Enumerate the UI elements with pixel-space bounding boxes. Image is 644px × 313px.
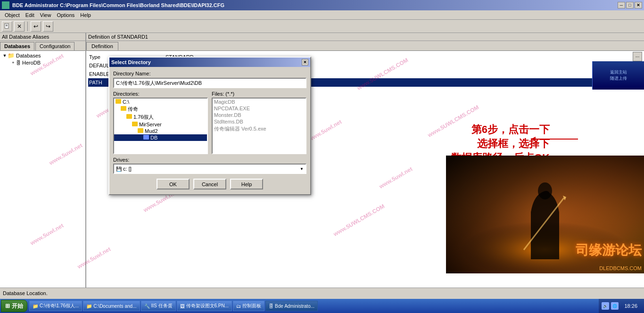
taskbar-item-4[interactable]: 🗂 控制面板 <box>233 301 264 311</box>
dir-item-db[interactable]: DB <box>114 134 207 141</box>
folder-176-icon <box>126 114 132 119</box>
taskbar-icon-1: 📁 <box>86 304 92 309</box>
tree-item-label: HeroDB <box>22 60 41 66</box>
tab-definition[interactable]: Definition <box>86 42 118 50</box>
taskbar-label-1: C:\Documents and... <box>93 304 136 309</box>
dir-item-c[interactable]: C:\ <box>114 99 207 105</box>
dialog-title-bar: Select Directory ✕ <box>109 58 310 67</box>
tab-configuration[interactable]: Configuration <box>35 42 74 50</box>
menu-help[interactable]: Help <box>77 11 94 19</box>
folder-mud2-icon <box>138 128 143 133</box>
title-bar: BDE Administrator C:\Program Files\Commo… <box>0 0 644 10</box>
directories-listbox[interactable]: C:\ 传奇 1.76假人 MirServer <box>113 98 208 154</box>
drives-label: Drives: <box>113 157 306 163</box>
title-bar-controls: ─ □ ✕ <box>618 2 642 8</box>
app-icon <box>2 1 9 9</box>
taskbar-label-5: Bde Administrato... <box>275 304 314 309</box>
taskbar-item-3[interactable]: 🖼 传奇架设图文6.PN... <box>177 301 232 311</box>
dialog-close-button[interactable]: ✕ <box>302 59 308 66</box>
tree-item-herodb[interactable]: + 🗄 HeroDB <box>9 59 84 66</box>
taskbar-icon-0: 📁 <box>33 304 38 309</box>
taskbar-tray: 🔊 🌐 18:26 <box>599 299 644 313</box>
file-item-editor[interactable]: 传奇编辑器 Ver0.5.exe <box>213 125 305 133</box>
taskbar-item-0[interactable]: 📁 C:\传奇\1.76假人... <box>29 301 82 311</box>
menu-bar: Object Edit View Options Help <box>0 10 644 20</box>
taskbar-label-2: IIS 任务蛋 <box>151 303 173 309</box>
start-button[interactable]: ⊞ 开始 <box>1 300 27 312</box>
status-bar: Database Location. <box>0 288 644 298</box>
clock: 18:26 <box>620 303 641 309</box>
expand-icon-hero: + <box>10 60 16 65</box>
drives-section: Drives: 💾 c: [] ▼ <box>113 157 306 174</box>
menu-view[interactable]: View <box>37 11 54 19</box>
dialog-two-column: Directories: C:\ 传奇 1.76假人 <box>113 91 306 154</box>
taskbar-icon-4: 🗂 <box>236 304 241 309</box>
toolbar-separator <box>27 22 28 31</box>
drives-value: 💾 c: [] <box>116 166 300 172</box>
files-listbox[interactable]: MagicDB NPCDATA.EXE Monster.DB StdItems.… <box>212 98 306 154</box>
ok-button[interactable]: OK <box>157 179 190 189</box>
drives-dropdown[interactable]: 💾 c: [] ▼ <box>113 164 306 174</box>
toolbar-undo-button[interactable]: ↩ <box>31 21 41 32</box>
right-tabs: Definition <box>86 41 644 51</box>
folder-mirserver-icon <box>132 122 138 126</box>
directory-name-input[interactable] <box>113 78 306 88</box>
taskbar-item-2[interactable]: 🔧 IIS 任务蛋 <box>141 301 176 311</box>
cancel-button[interactable]: Cancel <box>193 179 226 189</box>
main-window: BDE Administrator C:\Program Files\Commo… <box>0 0 644 313</box>
menu-options[interactable]: Options <box>54 11 77 19</box>
right-panel-header: Definition of STANDARD1 <box>86 33 644 41</box>
dir-item-1-76[interactable]: 1.76假人 <box>114 113 207 121</box>
windows-flag-icon: ⊞ <box>5 303 10 309</box>
dialog-body: Directory Name: Directories: C:\ <box>109 67 310 194</box>
start-label: 开始 <box>12 302 23 310</box>
definition-header: Definition of STANDARD1 <box>88 34 148 40</box>
dialog-title-text: Select Directory <box>111 59 151 65</box>
close-button[interactable]: ✕ <box>635 2 642 8</box>
folder-db-icon <box>143 135 149 140</box>
file-item-monster[interactable]: Monster.DB <box>213 112 305 118</box>
maximize-button[interactable]: □ <box>626 2 634 8</box>
dir-item-mud2[interactable]: Mud2 <box>114 128 207 134</box>
file-item-stditems[interactable]: StdItems.DB <box>213 118 305 125</box>
toolbar: ✕ ↩ ↪ <box>0 20 644 33</box>
toolbar-redo-button[interactable]: ↪ <box>43 21 53 32</box>
tree-view: ▼ 📁 Databases + 🗄 HeroDB <box>0 51 85 288</box>
directories-label: Directories: <box>113 91 208 97</box>
tray-icon-2[interactable]: 🌐 <box>611 302 619 310</box>
databases-folder-icon: 📁 <box>8 52 15 59</box>
minimize-button[interactable]: ─ <box>618 2 625 8</box>
taskbar-label-0: C:\传奇\1.76假人... <box>40 303 79 309</box>
all-db-aliases-label: All Database Aliases <box>2 34 49 40</box>
file-item-npcdata[interactable]: NPCDATA.EXE <box>213 105 305 112</box>
toolbar-delete-button[interactable]: ✕ <box>14 21 25 32</box>
drive-icon: 💾 <box>116 166 122 172</box>
drives-dropdown-arrow: ▼ <box>300 167 304 171</box>
taskbar-icon-5: 🗄 <box>269 304 273 309</box>
menu-object[interactable]: Object <box>2 11 23 19</box>
tab-databases[interactable]: Databases <box>0 42 34 50</box>
files-label: Files: (*.*) <box>212 91 306 97</box>
dir-item-chuanqi[interactable]: 传奇 <box>114 105 207 113</box>
left-panel-header: All Database Aliases <box>0 33 85 41</box>
dialog-box: Select Directory ✕ Directory Name: Direc… <box>108 57 311 195</box>
dir-item-mirserver[interactable]: MirServer <box>114 121 207 128</box>
toolbar-new-button[interactable] <box>2 21 12 32</box>
site-banner: 返回主站 随进上传 <box>592 61 644 90</box>
taskbar-item-5[interactable]: 🗄 Bde Administrato... <box>265 301 318 311</box>
ellipsis-button[interactable]: ··· <box>633 52 642 61</box>
taskbar-item-1[interactable]: 📁 C:\Documents and... <box>83 301 140 311</box>
tree-root-label: Databases <box>16 53 41 58</box>
directories-column: Directories: C:\ 传奇 1.76假人 <box>113 91 208 154</box>
taskbar-label-3: 传奇架设图文6.PN... <box>186 303 229 309</box>
file-item-magicdb[interactable]: MagicDB <box>213 99 305 105</box>
tray-icon-1[interactable]: 🔊 <box>602 302 609 310</box>
banner-line1: 返回主站 <box>610 69 627 75</box>
help-button[interactable]: Help <box>230 179 263 189</box>
folder-chuanqi-icon <box>121 106 126 111</box>
title-bar-left: BDE Administrator C:\Program Files\Commo… <box>2 1 224 9</box>
dialog-buttons: OK Cancel Help <box>113 177 306 190</box>
menu-edit[interactable]: Edit <box>23 11 37 19</box>
banner-line2: 随进上传 <box>610 75 627 82</box>
tree-root-databases[interactable]: ▼ 📁 Databases <box>1 52 84 59</box>
